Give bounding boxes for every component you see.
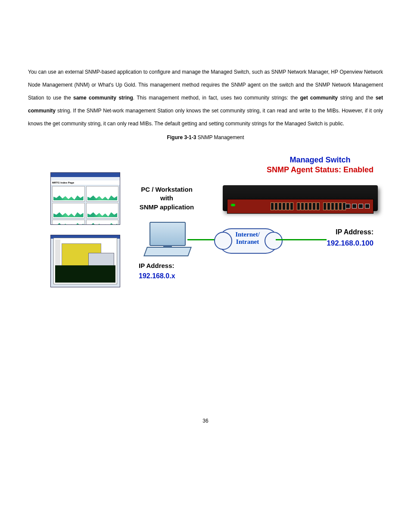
text: string. If the SNMP Net-work management … (28, 108, 383, 127)
figure-caption-text: SNMP Management (196, 134, 244, 140)
nms-screenshot (50, 235, 120, 287)
mrtg-title: MRTG Index Page (51, 180, 120, 185)
switch-title-line2: SNMP Agent Status: Enabled (267, 165, 374, 175)
switch-ip-label: IP Address: (336, 228, 374, 236)
pc-label-line2: with (130, 194, 203, 202)
text: . This management method, in fact, uses … (133, 95, 300, 101)
figure-caption: Figure 3-1-3 SNMP Management (28, 134, 383, 140)
pc-ip-label: IP Address: (139, 262, 174, 269)
pc-label-line3: SNMP application (130, 203, 203, 212)
bold-text: same community string (73, 95, 133, 101)
cloud-label-line2: Intranet (218, 238, 277, 246)
figure-number: Figure 3-1-3 (167, 134, 196, 140)
switch-icon (223, 185, 378, 215)
switch-title-line1: Managed Switch (267, 155, 374, 165)
bold-text: get community (300, 95, 338, 101)
network-link (276, 239, 327, 240)
switch-title-block: Managed Switch SNMP Agent Status: Enable… (267, 155, 374, 175)
pc-label: PC / Workstation with SNMP application (130, 185, 203, 212)
cloud-label: Internet/ Intranet (218, 231, 277, 246)
mrtg-screenshot: MRTG Index Page (50, 172, 120, 225)
page-number: 36 (28, 418, 383, 424)
pc-ip-value: 192.168.0.x (139, 272, 175, 280)
workstation-icon (145, 222, 190, 256)
figure-diagram: Managed Switch SNMP Agent Status: Enable… (29, 151, 382, 306)
body-paragraph: You can use an external SNMP-based appli… (28, 65, 383, 130)
pc-label-line1: PC / Workstation (130, 185, 203, 194)
switch-ip-value: 192.168.0.100 (327, 239, 374, 248)
cloud-label-line1: Internet/ (218, 231, 277, 238)
text: string and the (338, 95, 376, 101)
